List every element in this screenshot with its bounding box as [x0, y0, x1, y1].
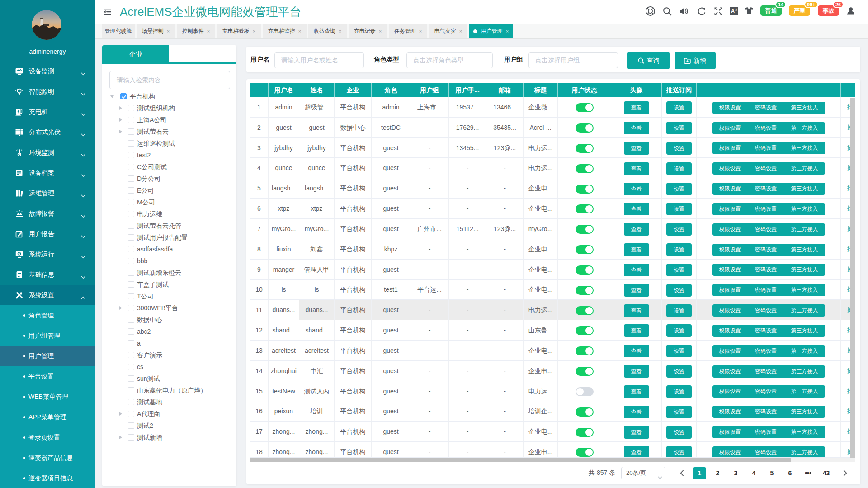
svg-text:文: 文	[735, 8, 738, 12]
